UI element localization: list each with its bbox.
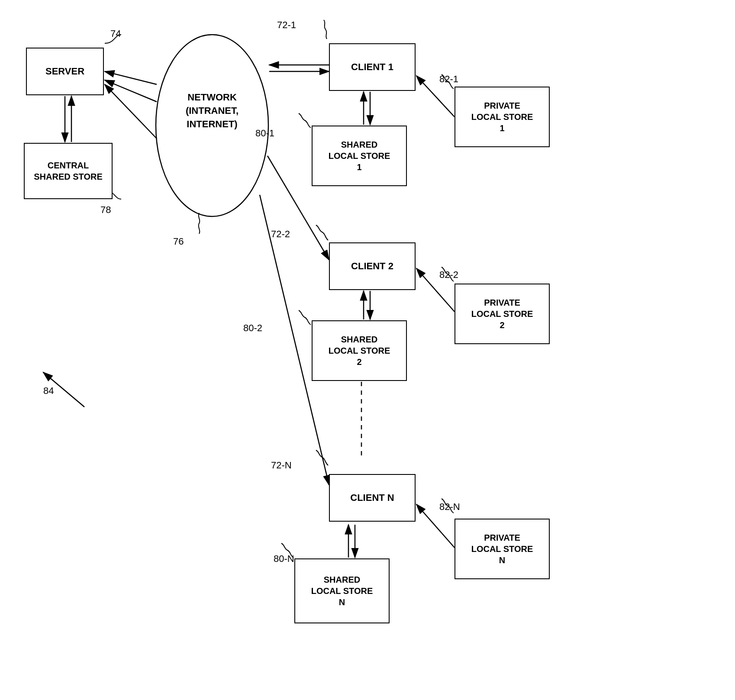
label-74: 74 bbox=[110, 28, 121, 39]
label-84: 84 bbox=[43, 385, 54, 397]
label-76: 76 bbox=[173, 236, 184, 247]
label-78: 78 bbox=[100, 204, 111, 216]
client2-box: CLIENT 2 bbox=[329, 242, 416, 290]
label-82-N: 82-N bbox=[439, 501, 460, 513]
central-shared-store-box: CENTRALSHARED STORE bbox=[24, 143, 113, 199]
label-80-1: 80-1 bbox=[255, 128, 274, 139]
shared-local-storeN-box: SHAREDLOCAL STOREN bbox=[294, 558, 390, 623]
private-local-store2-box: PRIVATELOCAL STORE2 bbox=[455, 284, 550, 344]
label-82-2: 82-2 bbox=[439, 269, 458, 281]
label-72-1: 72-1 bbox=[277, 19, 296, 31]
shared-local-store2-box: SHAREDLOCAL STORE2 bbox=[312, 320, 407, 381]
svg-line-6 bbox=[105, 71, 157, 84]
client1-box: CLIENT 1 bbox=[329, 43, 416, 91]
diagram: SERVER CENTRALSHARED STORE CLIENT 1 SHAR… bbox=[0, 0, 735, 700]
label-80-N: 80-N bbox=[274, 553, 294, 565]
svg-line-8 bbox=[105, 84, 157, 139]
clientN-box: CLIENT N bbox=[329, 474, 416, 522]
label-72-2: 72-2 bbox=[271, 229, 290, 240]
svg-line-7 bbox=[105, 80, 157, 102]
label-82-1: 82-1 bbox=[439, 74, 458, 85]
label-80-2: 80-2 bbox=[243, 323, 262, 334]
private-local-store1-box: PRIVATELOCAL STORE1 bbox=[455, 87, 550, 147]
private-local-storeN-box: PRIVATELOCAL STOREN bbox=[455, 519, 550, 579]
shared-local-store1-box: SHAREDLOCAL STORE1 bbox=[312, 126, 407, 186]
label-72-N: 72-N bbox=[271, 460, 292, 471]
server-box: SERVER bbox=[26, 48, 104, 95]
network-label: NETWORK(INTRANET,INTERNET) bbox=[164, 91, 260, 131]
